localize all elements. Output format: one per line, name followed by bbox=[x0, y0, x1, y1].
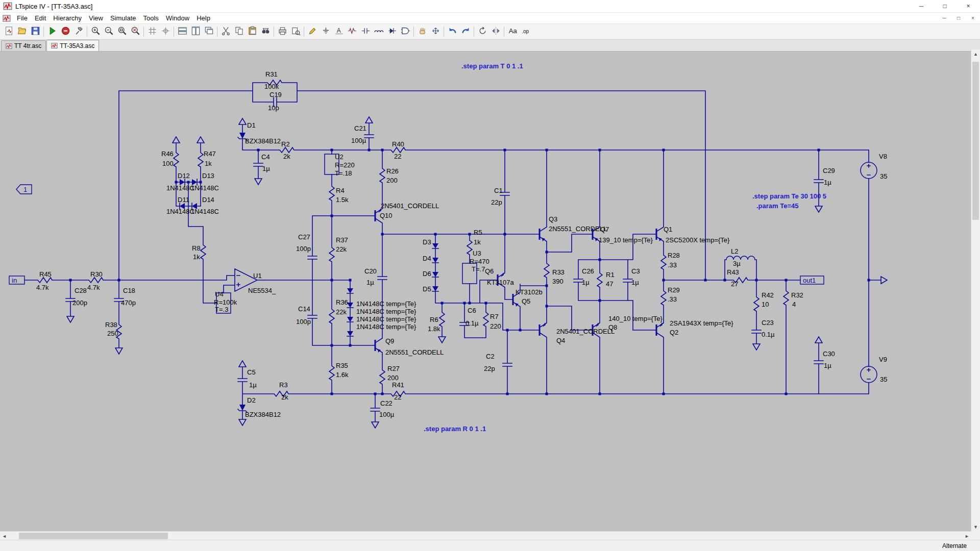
component-label: C20 bbox=[364, 267, 377, 275]
component-label: V9 bbox=[879, 356, 887, 363]
junction-dot bbox=[519, 329, 522, 332]
copy-button[interactable] bbox=[232, 25, 246, 38]
rotate-button[interactable] bbox=[476, 25, 489, 38]
resistor-icon bbox=[348, 26, 357, 38]
redo-button[interactable] bbox=[459, 25, 472, 38]
mirror-icon bbox=[491, 26, 501, 38]
component-label: R2 bbox=[281, 140, 290, 148]
tile-vertical-button[interactable] bbox=[189, 25, 202, 38]
cut-button[interactable] bbox=[219, 25, 232, 38]
redo-icon bbox=[461, 26, 471, 38]
zoom-area-button[interactable] bbox=[115, 25, 129, 38]
move-button[interactable] bbox=[415, 25, 429, 38]
mirror-button[interactable] bbox=[489, 25, 502, 38]
scroll-right-arrow[interactable]: ► bbox=[963, 532, 971, 540]
toolbar: AAa.op bbox=[0, 24, 980, 40]
tab-tt-4tr-asc[interactable]: TT 4tr.asc bbox=[1, 40, 46, 51]
component-label: C29 bbox=[823, 167, 835, 174]
cascade-icon bbox=[204, 26, 214, 38]
junction-dot bbox=[331, 344, 333, 347]
menu-hierarchy[interactable]: Hierarchy bbox=[50, 14, 85, 22]
undo-button[interactable] bbox=[446, 25, 459, 38]
print-preview-button[interactable] bbox=[289, 25, 302, 38]
component-button[interactable] bbox=[399, 25, 412, 38]
toolbar-separator bbox=[474, 27, 474, 37]
child-close-button[interactable]: × bbox=[966, 13, 980, 23]
menu-file[interactable]: File bbox=[13, 14, 31, 22]
net-label-button[interactable]: A bbox=[332, 25, 346, 38]
zoom-in-button[interactable] bbox=[89, 25, 102, 38]
scroll-up-arrow[interactable]: ▲ bbox=[971, 49, 980, 58]
component-label: 140_10 temp={Te} bbox=[608, 315, 663, 322]
zoom-full-button[interactable] bbox=[129, 25, 142, 38]
scroll-down-arrow[interactable]: ▼ bbox=[971, 522, 980, 531]
junction-dot bbox=[663, 149, 665, 152]
menu-edit[interactable]: Edit bbox=[31, 14, 50, 22]
vertical-scrollbar[interactable]: ▲ ▼ bbox=[971, 49, 980, 531]
move-icon bbox=[418, 26, 427, 38]
resistor-button[interactable] bbox=[346, 25, 359, 38]
open-button[interactable] bbox=[15, 25, 29, 38]
child-minimize-button[interactable]: ─ bbox=[937, 13, 951, 23]
component-label: C1 bbox=[494, 187, 503, 194]
tab-tt-35a3-asc[interactable]: TT-35A3.asc bbox=[46, 40, 99, 51]
diode-button[interactable] bbox=[385, 25, 399, 38]
component-label: C2 bbox=[486, 353, 495, 360]
menu-help[interactable]: Help bbox=[193, 14, 214, 22]
component-label: C27 bbox=[298, 233, 310, 241]
text-button[interactable]: Aa bbox=[506, 25, 519, 38]
spice-directive-button[interactable]: .op bbox=[519, 25, 532, 38]
maximize-button[interactable]: □ bbox=[933, 0, 957, 12]
mark-button[interactable] bbox=[159, 25, 172, 38]
paste-icon bbox=[248, 26, 257, 38]
component-label: R35 bbox=[336, 362, 348, 369]
run-button[interactable] bbox=[45, 25, 59, 38]
scroll-left-arrow[interactable]: ◄ bbox=[0, 532, 9, 540]
child-restore-button[interactable]: □ bbox=[951, 13, 966, 23]
menu-view[interactable]: View bbox=[85, 14, 107, 22]
horizontal-scrollbar[interactable]: ◄ ► bbox=[0, 531, 971, 540]
inductor-button[interactable] bbox=[372, 25, 385, 38]
junction-dot bbox=[463, 302, 466, 305]
save-button[interactable] bbox=[29, 25, 42, 38]
print-button[interactable] bbox=[276, 25, 289, 38]
mark-icon bbox=[161, 26, 170, 38]
schematic-area[interactable]: R31100kC1910pD1BZX384B12R46100R471kD12D1… bbox=[0, 52, 971, 533]
cascade-button[interactable] bbox=[202, 25, 215, 38]
halt-button[interactable] bbox=[59, 25, 72, 38]
minimize-button[interactable]: ─ bbox=[910, 0, 933, 12]
toolbar-separator bbox=[43, 27, 44, 37]
new-button[interactable] bbox=[2, 25, 15, 38]
component-label: 220 bbox=[490, 322, 501, 330]
drag-button[interactable] bbox=[429, 25, 442, 38]
menu-simulate[interactable]: Simulate bbox=[107, 14, 140, 22]
close-button[interactable]: × bbox=[957, 0, 980, 12]
capacitor-button[interactable] bbox=[359, 25, 372, 38]
find-button[interactable] bbox=[259, 25, 272, 38]
component-label: R36 bbox=[336, 298, 348, 306]
horizontal-scroll-thumb[interactable] bbox=[19, 533, 168, 539]
component-label: KT3102b bbox=[516, 288, 543, 296]
ground-button[interactable] bbox=[319, 25, 332, 38]
menu-tools[interactable]: Tools bbox=[140, 14, 162, 22]
grid-button[interactable] bbox=[145, 25, 159, 38]
diode-icon bbox=[387, 26, 397, 38]
toolbar-separator bbox=[87, 27, 87, 37]
pencil-button[interactable] bbox=[306, 25, 319, 38]
tile-horizontal-button[interactable] bbox=[176, 25, 189, 38]
component-label: 1N4148C bbox=[191, 208, 219, 215]
junction-dot bbox=[331, 149, 333, 152]
junction-dot bbox=[785, 393, 788, 395]
component-label: 1µ bbox=[582, 279, 590, 286]
component-label: U1 bbox=[253, 272, 262, 280]
menu-window[interactable]: Window bbox=[162, 14, 193, 22]
schematic-canvas[interactable]: R31100kC1910pD1BZX384B12R46100R471kD12D1… bbox=[0, 52, 971, 533]
vertical-scroll-thumb[interactable] bbox=[972, 62, 979, 220]
zoom-out-button[interactable] bbox=[102, 25, 115, 38]
component-label: R32 bbox=[791, 291, 803, 299]
paste-button[interactable] bbox=[246, 25, 259, 38]
component-label: C19 bbox=[270, 91, 282, 98]
undo-icon bbox=[448, 26, 457, 38]
component-label: Q3 bbox=[549, 215, 557, 223]
control-panel-button[interactable] bbox=[72, 25, 85, 38]
